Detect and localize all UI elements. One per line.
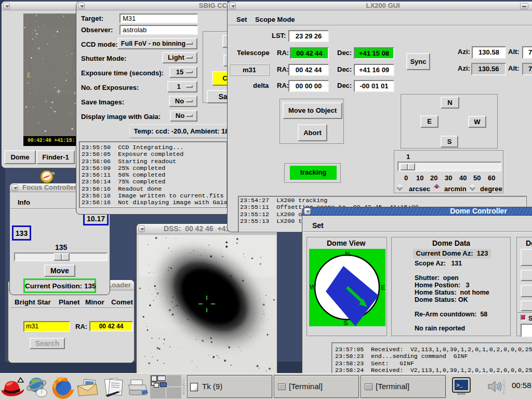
svg-text:N: N [345,250,350,258]
svg-text:W: W [310,283,316,291]
svg-text:E: E [27,72,31,79]
svg-text:S: S [343,319,348,326]
svg-text:E: E [381,284,385,291]
svg-text:>_: >_ [456,382,463,389]
